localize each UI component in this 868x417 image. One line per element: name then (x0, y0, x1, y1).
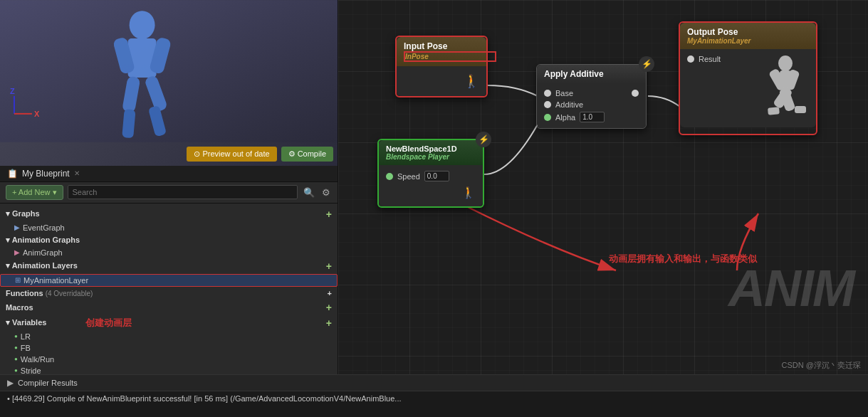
var-walkrun-icon: ● (14, 356, 18, 362)
blueprint-tab: 📋 My Blueprint ✕ (0, 166, 338, 182)
compile-button[interactable]: ⚙ Compile (281, 147, 333, 162)
var-fb-item[interactable]: ● FB (0, 342, 338, 354)
svg-rect-0 (0, 0, 338, 142)
var-stride-item[interactable]: ● Stride (0, 365, 338, 375)
graphs-add-icon[interactable]: + (326, 208, 332, 220)
bottom-bar: ▶ Compiler Results • [4469.29] Compile o… (0, 374, 868, 417)
event-graph-label: EventGraph (23, 223, 65, 232)
compiler-tab-icon: ▶ (7, 378, 14, 388)
functions-header: Functions (4 Overridable) + (0, 287, 338, 300)
blueprint-tab-close[interactable]: ✕ (74, 169, 80, 177)
input-pose-subtitle: InPose (404, 51, 496, 62)
input-pose-node[interactable]: Input Pose InPose 🚶 (395, 36, 488, 97)
var-lr-icon: ● (14, 333, 18, 339)
macros-header: Macros + (0, 300, 338, 315)
macros-add-icon[interactable]: + (326, 302, 332, 313)
var-fb-label: FB (21, 344, 31, 352)
var-walkrun-label: Walk/Run (21, 355, 54, 364)
apply-additive-header: Apply Additive (537, 65, 646, 83)
apply-additive-body: Base Additive Alpha (537, 83, 646, 128)
graphs-section-header: ▾ Graphs + (0, 206, 338, 222)
blend-space-header: NewBlendSpace1D Blendspace Player (379, 140, 483, 165)
node-graph-panel[interactable]: Input Pose InPose 🚶 ⚡ NewBlendSpace1D Bl… (338, 0, 868, 374)
svg-text:Z: Z (10, 87, 15, 95)
anim-layer-icon: ⊞ (15, 276, 21, 284)
blueprint-tree: ▾ Graphs + ▶ EventGraph ▾ Animation Grap… (0, 204, 338, 375)
anim-layers-header: ▾ Animation Layers + (0, 258, 338, 274)
svg-rect-21 (795, 106, 806, 113)
blend-space-subtitle: Blendspace Player (386, 153, 476, 161)
blend-space-body: Speed 🚶 (379, 165, 483, 206)
alpha-label: Alpha (555, 113, 575, 122)
blend-figure-icon: 🚶 (461, 186, 476, 199)
alpha-pin (544, 114, 551, 121)
var-stride-label: Stride (21, 366, 41, 375)
var-stride-icon: ● (14, 367, 18, 374)
filter-icon-btn[interactable]: ⚙ (320, 186, 332, 199)
my-anim-layer-item[interactable]: ⊞ MyAnimationLayer ← (0, 274, 338, 287)
preview-out-of-date-button[interactable]: ⊙ Preview out of date (187, 147, 276, 162)
anim-graphs-header: ▾ Animation Graphs (0, 233, 338, 247)
output-pose-body: Result (680, 49, 816, 127)
alpha-row: Alpha (544, 110, 639, 124)
additive-label: Additive (555, 100, 583, 109)
character-viewport: Z X (0, 0, 338, 142)
anim-layers-label: ▾ Animation Layers (6, 261, 78, 270)
search-input[interactable] (68, 185, 298, 199)
compiler-results-tab[interactable]: ▶ Compiler Results (0, 375, 868, 391)
compiler-tab-label: Compiler Results (18, 379, 78, 387)
speed-pin (386, 173, 393, 180)
output-pose-header: Output Pose MyAnimationLayer (680, 23, 816, 49)
add-new-arrow-icon: ▾ (53, 188, 57, 197)
functions-label: Functions (4 Overridable) (6, 289, 93, 297)
input-pose-figure-icon: 🚶 (464, 73, 479, 89)
var-lr-item[interactable]: ● LR (0, 331, 338, 342)
add-new-label: + Add New (12, 188, 51, 196)
base-pin (544, 90, 551, 97)
blueprint-tab-label: My Blueprint (22, 169, 70, 179)
functions-add-icon[interactable]: + (328, 289, 332, 297)
event-graph-item[interactable]: ▶ EventGraph (0, 222, 338, 233)
output-pose-node[interactable]: Output Pose MyAnimationLayer Result (679, 21, 817, 135)
additive-pin (544, 101, 551, 108)
event-graph-icon: ▶ (14, 223, 20, 231)
result-label: Result (699, 55, 721, 63)
base-out-pin (632, 90, 639, 97)
blend-lightning-icon: ⚡ (476, 132, 491, 147)
blend-space-node[interactable]: ⚡ NewBlendSpace1D Blendspace Player Spee… (377, 139, 484, 208)
add-new-button[interactable]: + Add New ▾ (6, 185, 63, 200)
viewport: Z X ⊙ Preview out of date ⚙ Compile ● ⏸ … (0, 0, 338, 166)
graph-background[interactable]: Input Pose InPose 🚶 ⚡ NewBlendSpace1D Bl… (338, 0, 868, 374)
svg-rect-20 (768, 107, 780, 115)
base-label: Base (555, 89, 573, 97)
var-walkrun-item[interactable]: ● Walk/Run (0, 354, 338, 365)
blueprint-toolbar: + Add New ▾ 🔍 ⚙ (0, 182, 338, 204)
speed-label: Speed (397, 172, 420, 181)
result-pin (687, 56, 694, 63)
apply-additive-title: Apply Additive (544, 69, 639, 79)
output-pose-figure (746, 55, 810, 136)
apply-additive-node[interactable]: ⚡ Apply Additive Base Additive (536, 64, 647, 129)
graphs-label: ▾ Graphs (6, 209, 40, 218)
overridable-count: (4 Overridable) (46, 290, 93, 297)
input-pose-header: Input Pose InPose (397, 37, 486, 66)
anim-graph-item[interactable]: ▶ AnimGraph (0, 247, 338, 258)
anim-graph-label: AnimGraph (23, 248, 63, 257)
svg-text:X: X (34, 110, 40, 118)
my-anim-layer-label: MyAnimationLayer (23, 276, 88, 285)
input-pose-body: 🚶 (397, 66, 486, 96)
var-lr-label: LR (21, 332, 31, 341)
anim-watermark: ANIM (728, 259, 854, 317)
svg-point-14 (778, 56, 793, 71)
output-pose-title: Output Pose (687, 27, 809, 37)
anim-layers-add-icon[interactable]: + (326, 260, 332, 272)
additive-row: Additive (544, 99, 639, 110)
alpha-input[interactable] (580, 112, 605, 122)
left-panel: Z X ⊙ Preview out of date ⚙ Compile ● ⏸ … (0, 0, 338, 374)
input-pose-title: Input Pose (404, 41, 479, 51)
variables-add-icon[interactable]: + (326, 317, 332, 329)
search-icon-btn[interactable]: 🔍 (302, 186, 316, 199)
compiler-results-content: • [4469.29] Compile of NewAnimBlueprint … (0, 391, 868, 406)
variables-header: ▾ Variables + (0, 315, 338, 331)
speed-input[interactable] (424, 171, 449, 181)
